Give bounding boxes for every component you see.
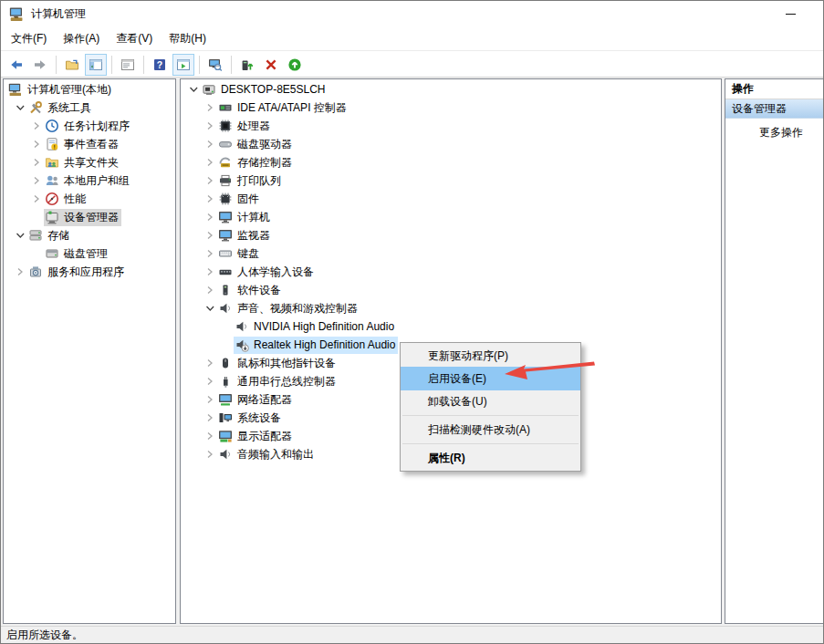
collapsed-chevron-icon[interactable] [203,356,217,370]
expanded-chevron-icon[interactable] [13,228,27,243]
collapsed-chevron-icon[interactable] [203,119,217,133]
action-pane-toggle-button[interactable] [172,54,194,76]
computer-management-local-tree-item[interactable]: 计算机管理(本地) [4,80,175,99]
ide-controllers-tree-item[interactable]: IDE ATA/ATAPI 控制器 [181,99,721,117]
menu-item-view[interactable]: 查看(V) [108,27,161,50]
task-scheduler-tree-item[interactable]: 任务计划程序 [4,117,175,135]
back-arrow-button[interactable] [5,54,27,76]
tree-item-content: 显示适配器 [217,428,295,445]
action-pane: 操作 设备管理器 更多操作 [725,78,824,624]
context-menu-item-scan-hardware-changes[interactable]: 扫描检测硬件改动(A) [401,419,580,441]
context-menu-item-enable-device[interactable]: 启用设备(E) [401,367,580,390]
speaker-disabled-icon [235,338,249,352]
context-menu-item-properties[interactable]: 属性(R) [401,447,580,469]
tree-item-content: 事件查看器 [44,136,121,153]
sound-video-game-tree-item[interactable]: 声音、视频和游戏控制器 [181,299,721,317]
disk-management-tree-item[interactable]: 磁盘管理 [4,244,175,263]
collapsed-chevron-icon[interactable] [203,192,217,206]
event-viewer-tree-item[interactable]: 事件查看器 [4,135,175,153]
tree-item-label: IDE ATA/ATAPI 控制器 [237,100,347,116]
desktop-node-tree-item[interactable]: DESKTOP-8E5SLCH [181,80,721,99]
collapsed-chevron-icon[interactable] [203,228,217,243]
toolbar-separator [111,56,112,74]
collapsed-chevron-icon[interactable] [203,374,217,389]
collapsed-chevron-icon[interactable] [203,100,217,115]
collapsed-chevron-icon[interactable] [203,447,217,462]
collapsed-chevron-icon[interactable] [203,155,217,170]
software-devices-tree-item[interactable]: 软件设备 [181,281,721,299]
network-adapter-icon [218,392,233,407]
computer-management-icon [8,82,23,97]
collapsed-chevron-icon[interactable] [203,210,217,224]
help-badge-button[interactable]: ? [149,54,171,76]
enable-device-button[interactable] [236,54,258,76]
collapsed-chevron-icon[interactable] [203,410,217,425]
shared-folder-icon [45,155,59,170]
firmware-tree-item[interactable]: 固件 [181,190,721,208]
collapsed-chevron-icon[interactable] [203,173,217,188]
keyboards-tree-item[interactable]: 键盘 [181,244,721,263]
collapsed-chevron-icon[interactable] [203,137,217,151]
collapsed-chevron-icon[interactable] [203,265,217,279]
action-pane-device-manager[interactable]: 设备管理器 [725,99,824,119]
tree-item-label: 性能 [64,192,86,207]
more-actions-button[interactable]: 更多操作 [725,119,824,146]
collapsed-chevron-icon[interactable] [203,429,217,443]
expanded-chevron-icon[interactable] [186,82,201,97]
export-folder-button[interactable] [61,54,83,76]
collapsed-chevron-icon[interactable] [203,283,217,297]
context-menu-item-uninstall-device[interactable]: 卸载设备(U) [401,390,580,412]
shared-folders-tree-item[interactable]: 共享文件夹 [4,153,175,171]
tree-item-content: 处理器 [217,118,273,135]
find-monitor-button[interactable] [204,54,226,76]
update-driver-up-button[interactable] [284,54,306,76]
local-users-groups-tree-item[interactable]: 本地用户和组 [4,171,175,190]
tree-item-content: 服务和应用程序 [27,264,127,281]
toolbar-separator [199,56,200,74]
tree-item-content: 任务计划程序 [44,118,132,135]
menu-item-help[interactable]: 帮助(H) [161,27,214,50]
computer-tree-item[interactable]: 计算机 [181,208,721,226]
device-manager-tree-item[interactable]: 设备管理器 [4,208,175,226]
storage-controllers-tree-item[interactable]: 存储控制器 [181,153,721,171]
properties-window-button[interactable] [117,54,139,76]
tree-item-label: 计算机 [237,210,270,225]
mouse-icon [218,356,233,370]
tree-item-content: NVIDIA High Definition Audio [234,318,397,336]
tree-item-content: 声音、视频和游戏控制器 [217,300,360,317]
tree-item-label: 网络适配器 [237,392,292,408]
expanded-chevron-icon[interactable] [13,100,27,115]
collapsed-chevron-icon[interactable] [29,155,44,170]
menu-item-action[interactable]: 操作(A) [55,27,108,50]
collapsed-chevron-icon[interactable] [13,265,27,279]
context-menu-item-update-driver[interactable]: 更新驱动程序(P) [401,345,580,367]
collapsed-chevron-icon[interactable] [29,119,44,133]
tree-item-content: 磁盘驱动器 [217,136,295,153]
tree-item-label: 存储控制器 [237,155,292,171]
console-tree-toggle-button[interactable] [85,54,107,76]
print-queues-tree-item[interactable]: 打印队列 [181,171,721,190]
disk-drives-tree-item[interactable]: 磁盘驱动器 [181,135,721,153]
minimize-button[interactable] [770,1,810,26]
nvidia-hd-audio-tree-item[interactable]: NVIDIA High Definition Audio [181,317,721,336]
collapsed-chevron-icon[interactable] [29,173,44,188]
hid-devices-tree-item[interactable]: 人体学输入设备 [181,263,721,281]
tree-item-content: 监视器 [217,227,273,244]
expanded-chevron-icon[interactable] [203,301,217,316]
storage-tree-item[interactable]: 存储 [4,226,175,244]
system-tools-tree-item[interactable]: 系统工具 [4,99,175,117]
performance-tree-item[interactable]: 性能 [4,190,175,208]
collapsed-chevron-icon[interactable] [29,192,44,206]
monitors-tree-item[interactable]: 监视器 [181,226,721,244]
collapsed-chevron-icon[interactable] [29,137,44,151]
chevron-spacer [29,246,44,261]
services-applications-tree-item[interactable]: 服务和应用程序 [4,263,175,281]
computer-card-icon [202,82,216,97]
processors-tree-item[interactable]: 处理器 [181,117,721,135]
collapsed-chevron-icon[interactable] [203,246,217,261]
disable-device-x-button[interactable] [260,54,282,76]
menu-item-file[interactable]: 文件(F) [3,27,55,50]
tree-item-label: 显示适配器 [237,429,292,444]
collapsed-chevron-icon[interactable] [203,392,217,407]
forward-arrow-button[interactable] [29,54,51,76]
